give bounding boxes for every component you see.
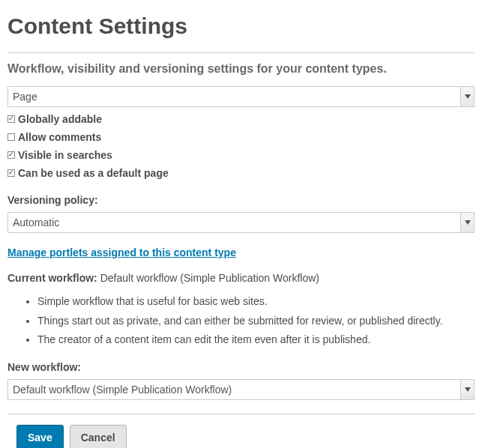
header-divider — [7, 52, 475, 53]
chevron-down-icon — [460, 87, 474, 106]
new-workflow-select-value: Default workflow (Simple Publication Wor… — [13, 384, 232, 396]
new-workflow-select[interactable]: Default workflow (Simple Publication Wor… — [7, 379, 475, 400]
checkbox-default-page[interactable]: Can be used as a default page — [7, 167, 475, 179]
content-type-select[interactable]: Page — [7, 86, 475, 107]
new-workflow-label: New workflow: — [7, 361, 475, 373]
versioning-select-value: Automatic — [13, 217, 59, 228]
checkbox-globally-addable[interactable]: Globally addable — [7, 113, 475, 125]
versioning-label: Versioning policy: — [7, 194, 475, 206]
list-item: The creator of a content item can edit t… — [37, 333, 475, 348]
page-title: Content Settings — [7, 13, 475, 39]
list-item: Things start out as private, and can eit… — [37, 314, 475, 329]
current-workflow-value: Default workflow (Simple Publication Wor… — [100, 272, 319, 284]
workflow-description-list: Simple workflow that is useful for basic… — [7, 294, 475, 348]
list-item: Simple workflow that is useful for basic… — [37, 294, 475, 309]
current-workflow-line: Current workflow: Default workflow (Simp… — [7, 272, 475, 284]
cancel-button[interactable]: Cancel — [70, 425, 127, 448]
current-workflow-label: Current workflow: — [7, 272, 97, 284]
checkbox-allow-comments[interactable]: Allow comments — [7, 131, 475, 143]
checkbox-visible-searches[interactable]: Visible in searches — [7, 149, 475, 161]
chevron-down-icon — [460, 213, 474, 232]
checkbox-label: Allow comments — [18, 131, 101, 143]
checkbox-label: Visible in searches — [18, 149, 112, 161]
versioning-select[interactable]: Automatic — [7, 212, 475, 233]
content-type-select-value: Page — [13, 91, 37, 103]
checkbox-icon — [7, 169, 15, 177]
checkbox-icon — [7, 133, 15, 141]
manage-portlets-link[interactable]: Manage portlets assigned to this content… — [7, 246, 236, 258]
chevron-down-icon — [460, 380, 474, 399]
save-button[interactable]: Save — [16, 425, 64, 448]
page-subtitle: Workflow, visibility and versioning sett… — [7, 62, 475, 76]
checkbox-icon — [7, 115, 15, 123]
checkbox-label: Globally addable — [18, 113, 102, 125]
checkbox-icon — [7, 151, 15, 159]
checkbox-label: Can be used as a default page — [18, 167, 169, 179]
button-row: Save Cancel — [7, 414, 475, 448]
